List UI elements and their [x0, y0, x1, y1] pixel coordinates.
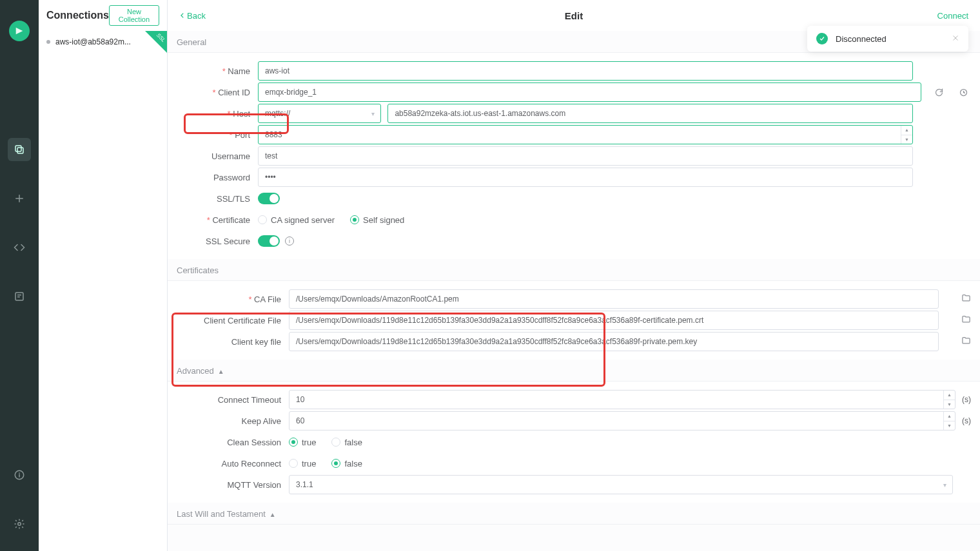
section-lwt[interactable]: Last Will and Testament▲: [168, 503, 980, 525]
new-collection-button[interactable]: New Collection: [109, 5, 159, 26]
folder-icon: [961, 336, 971, 345]
help-icon[interactable]: i: [285, 237, 294, 246]
back-label: Back: [187, 11, 206, 21]
toast-close-button[interactable]: [952, 34, 959, 44]
section-certificates: Certificates: [168, 259, 980, 281]
sidebar-title: Connections: [46, 10, 109, 21]
logo-icon: [14, 26, 24, 36]
radio-clean-false[interactable]: false: [331, 438, 362, 447]
browse-cafile-button[interactable]: [961, 293, 971, 305]
clock-icon: [959, 88, 968, 97]
label-cafile: CA File: [177, 295, 289, 304]
sslsecure-toggle[interactable]: [258, 235, 280, 247]
radio-clean-true[interactable]: true: [289, 438, 316, 447]
caret-up-icon: ▲: [270, 511, 276, 518]
connections-sidebar: Connections New Collection aws-iot@ab58a…: [39, 0, 168, 551]
status-dot: [46, 40, 50, 44]
folder-icon: [961, 314, 971, 324]
history-clientid-button[interactable]: [957, 84, 971, 100]
radio-ca-signed[interactable]: CA signed server: [258, 215, 335, 225]
radio-self-signed[interactable]: Self signed: [350, 215, 404, 225]
ssl-badge: [145, 31, 167, 53]
label-ssl: SSL/TLS: [177, 194, 258, 204]
app-logo: [9, 21, 30, 41]
nav-connections[interactable]: [8, 138, 31, 161]
label-keepalive: Keep Alive: [177, 416, 289, 426]
toast-text: Disconnected: [836, 34, 887, 44]
label-port: Port: [177, 130, 258, 140]
label-clientcert: Client Certificate File: [177, 316, 289, 325]
plus-icon: [14, 193, 25, 204]
clientkey-input[interactable]: [289, 332, 939, 351]
timeout-input[interactable]: [289, 390, 956, 409]
label-username: Username: [177, 151, 258, 161]
svg-rect-1: [17, 148, 23, 153]
close-icon: [952, 34, 959, 42]
host-input[interactable]: [387, 104, 913, 123]
regenerate-clientid-button[interactable]: [932, 84, 946, 100]
name-input[interactable]: [258, 61, 913, 81]
label-sslsecure: SSL Secure: [177, 237, 258, 246]
mqttversion-select[interactable]: [289, 475, 953, 494]
nav-settings[interactable]: [8, 512, 31, 536]
folder-icon: [961, 293, 971, 303]
port-input[interactable]: [258, 125, 913, 144]
radio-ca-signed-label: CA signed server: [271, 215, 335, 225]
back-button[interactable]: Back: [179, 11, 206, 21]
timeout-stepper[interactable]: ▲▼: [943, 391, 955, 409]
connect-button[interactable]: Connect: [937, 11, 968, 21]
browse-clientcert-button[interactable]: [961, 314, 971, 326]
label-mqttversion: MQTT Version: [177, 480, 289, 490]
form-content: General Name Client ID Host: [168, 31, 980, 551]
nav-new[interactable]: [8, 187, 31, 210]
clientcert-input[interactable]: [289, 311, 939, 330]
svg-point-4: [18, 523, 21, 526]
radio-false-label: false: [344, 459, 362, 469]
nav-scripts[interactable]: [8, 236, 31, 259]
connection-label: aws-iot@ab58a92m...: [55, 37, 131, 46]
label-password: Password: [177, 173, 258, 182]
label-timeout: Connect Timeout: [177, 395, 289, 405]
nav-log[interactable]: [8, 285, 31, 308]
nav-info[interactable]: [8, 463, 31, 487]
caret-up-icon: ▲: [218, 368, 224, 375]
refresh-icon: [934, 88, 944, 97]
keepalive-input[interactable]: [289, 411, 956, 430]
radio-reconnect-false[interactable]: false: [331, 459, 362, 469]
radio-reconnect-true[interactable]: true: [289, 459, 316, 469]
host-scheme-select[interactable]: [258, 104, 381, 123]
label-clientkey: Client key file: [177, 337, 289, 347]
gear-icon: [14, 518, 25, 530]
connection-item[interactable]: aws-iot@ab58a92m... SSL: [39, 31, 167, 53]
label-cleansession: Clean Session: [177, 438, 289, 447]
advanced-heading-label: Advanced: [177, 366, 214, 376]
radio-true-label: true: [302, 438, 316, 447]
svg-rect-0: [15, 146, 21, 151]
log-icon: [14, 291, 25, 302]
unit-seconds: (s): [962, 395, 971, 404]
chevron-left-icon: [179, 12, 186, 19]
label-certificate: Certificate: [177, 215, 258, 225]
disconnected-toast: Disconnected: [807, 26, 968, 52]
ssl-toggle[interactable]: [258, 193, 280, 204]
browse-clientkey-button[interactable]: [961, 336, 971, 347]
cafile-input[interactable]: [289, 289, 939, 309]
keepalive-stepper[interactable]: ▲▼: [943, 412, 955, 430]
radio-false-label: false: [344, 438, 362, 447]
label-name: Name: [177, 66, 258, 76]
clientid-input[interactable]: [258, 82, 921, 102]
section-advanced[interactable]: Advanced▲: [168, 360, 980, 382]
radio-self-signed-label: Self signed: [363, 215, 404, 225]
lwt-heading-label: Last Will and Testament: [177, 509, 266, 519]
label-reconnect: Auto Reconnect: [177, 459, 289, 469]
label-host: Host: [177, 109, 258, 119]
username-input[interactable]: [258, 146, 913, 166]
page-title: Edit: [565, 10, 583, 21]
label-clientid: Client ID: [177, 88, 258, 97]
icon-rail: [0, 0, 39, 551]
password-input[interactable]: [258, 168, 913, 187]
radio-true-label: true: [302, 459, 316, 469]
info-icon: [14, 469, 25, 481]
port-stepper[interactable]: ▲▼: [901, 126, 912, 144]
code-icon: [14, 242, 25, 253]
